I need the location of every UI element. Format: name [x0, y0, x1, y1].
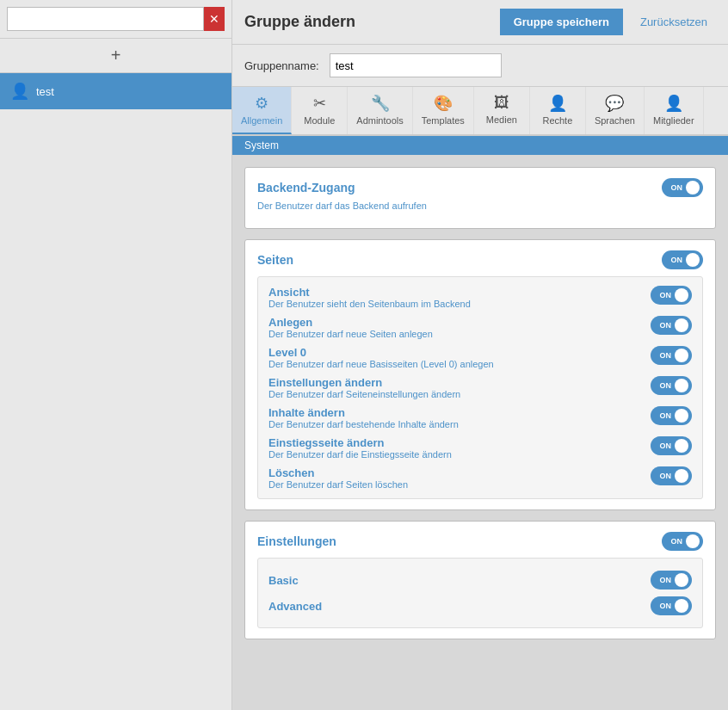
- tab-admintools-label: Admintools: [356, 115, 403, 126]
- tab-sprachen[interactable]: 💬 Sprachen: [586, 87, 645, 134]
- sub-row-text: Level 0 Der Benutzer darf neue Basisseit…: [268, 346, 651, 369]
- seiten-sub-row: Löschen Der Benutzer darf Seiten löschen…: [268, 466, 692, 490]
- seiten-sub-section: Ansicht Der Benutzer sieht den Seitenbau…: [257, 276, 703, 499]
- sub-row-desc-3: Der Benutzer darf Seiteneinstellungen än…: [268, 389, 651, 399]
- einstellungen-toggle[interactable]: ON: [662, 532, 703, 551]
- seiten-sub-row: Anlegen Der Benutzer darf neue Seiten an…: [268, 316, 692, 339]
- einstellungen-sub-row: Advanced ON: [268, 593, 692, 619]
- sub-row-toggle-1[interactable]: ON: [651, 316, 692, 335]
- seiten-toggle[interactable]: ON: [662, 250, 703, 269]
- page-title: Gruppe ändern: [244, 13, 491, 31]
- sub-toggle-knob-0: [675, 288, 688, 302]
- search-bar: ✕: [0, 0, 231, 39]
- tab-medien-label: Medien: [486, 114, 517, 125]
- tab-medien[interactable]: 🖼 Medien: [474, 87, 530, 134]
- sub-row-title-5: Einstiegsseite ändern: [268, 436, 651, 449]
- add-group-button[interactable]: +: [0, 39, 231, 73]
- sub-toggle-knob-6: [675, 469, 688, 483]
- templates-icon: 🎨: [434, 94, 453, 113]
- einst-toggle-label-1: ON: [660, 602, 672, 610]
- sub-row-toggle-6[interactable]: ON: [651, 466, 692, 485]
- sub-row-desc-5: Der Benutzer darf die Einstiegsseite änd…: [268, 449, 651, 460]
- sub-toggle-knob-1: [675, 318, 688, 332]
- sub-row-text: Einstellungen ändern Der Benutzer darf S…: [268, 376, 651, 399]
- tab-sub-header: System: [232, 136, 728, 155]
- sub-row-title-0: Ansicht: [268, 286, 651, 299]
- tab-mitglieder[interactable]: 👤 Mitglieder: [645, 87, 704, 134]
- sub-row-title-3: Einstellungen ändern: [268, 376, 651, 389]
- sub-toggle-label-3: ON: [660, 381, 672, 390]
- sub-row-desc-6: Der Benutzer darf Seiten löschen: [268, 479, 651, 490]
- tab-mitglieder-label: Mitglieder: [653, 115, 694, 126]
- group-list-item[interactable]: 👤 test: [0, 73, 231, 109]
- section-seiten: Seiten ON Ansicht Der Benutzer sieht den…: [244, 239, 716, 510]
- save-button[interactable]: Gruppe speichern: [500, 9, 623, 35]
- sub-row-desc-0: Der Benutzer sieht den Seitenbaum im Bac…: [268, 299, 651, 309]
- sub-toggle-knob-3: [675, 379, 688, 392]
- group-name-input[interactable]: [330, 53, 502, 77]
- reset-button[interactable]: Zurücksetzen: [632, 9, 716, 35]
- einst-toggle-label-0: ON: [660, 576, 672, 584]
- section-backend: Backend-Zugang ON Der Benutzer darf das …: [244, 167, 716, 229]
- sub-row-toggle-2[interactable]: ON: [651, 346, 692, 365]
- sub-toggle-label-5: ON: [660, 441, 672, 450]
- tab-rechte[interactable]: 👤 Rechte: [530, 87, 586, 134]
- sub-row-toggle-5[interactable]: ON: [651, 436, 692, 455]
- einstellungen-row-toggle-1[interactable]: ON: [651, 596, 692, 615]
- sub-toggle-label-0: ON: [660, 291, 672, 299]
- search-clear-button[interactable]: ✕: [204, 7, 225, 31]
- tab-allgemein[interactable]: ⚙ Allgemein: [232, 87, 292, 134]
- sub-toggle-label-2: ON: [660, 351, 672, 360]
- einstellungen-sub-row: Basic ON: [268, 567, 692, 593]
- sub-row-desc-4: Der Benutzer darf bestehende Inhalte änd…: [268, 419, 651, 429]
- backend-toggle-label: ON: [671, 183, 683, 192]
- seiten-sub-row: Inhalte ändern Der Benutzer darf bestehe…: [268, 406, 692, 429]
- sub-toggle-knob-2: [675, 349, 688, 362]
- sub-row-title-4: Inhalte ändern: [268, 406, 651, 419]
- tab-module-label: Module: [304, 115, 335, 126]
- backend-header: Backend-Zugang ON: [257, 178, 703, 197]
- seiten-sub-row: Einstiegsseite ändern Der Benutzer darf …: [268, 436, 692, 460]
- einstellungen-toggle-label: ON: [671, 537, 683, 546]
- sub-row-text: Anlegen Der Benutzer darf neue Seiten an…: [268, 316, 651, 339]
- sub-row-title-2: Level 0: [268, 346, 651, 359]
- sub-row-toggle-4[interactable]: ON: [651, 406, 692, 425]
- seiten-toggle-label: ON: [671, 256, 683, 264]
- sub-row-text: Einstiegsseite ändern Der Benutzer darf …: [268, 436, 651, 460]
- seiten-sub-row: Ansicht Der Benutzer sieht den Seitenbau…: [268, 286, 692, 309]
- sub-row-desc-2: Der Benutzer darf neue Basisseiten (Leve…: [268, 359, 651, 369]
- seiten-toggle-knob: [686, 253, 700, 267]
- einstellungen-row-toggle-0[interactable]: ON: [651, 571, 692, 590]
- tab-admintools[interactable]: 🔧 Admintools: [348, 87, 412, 134]
- seiten-header: Seiten ON: [257, 250, 703, 269]
- sub-row-text: Ansicht Der Benutzer sieht den Seitenbau…: [268, 286, 651, 309]
- seiten-sub-row: Level 0 Der Benutzer darf neue Basisseit…: [268, 346, 692, 369]
- sub-toggle-label-6: ON: [660, 472, 672, 480]
- einstellungen-title: Einstellungen: [257, 534, 336, 548]
- einstellungen-row-label-0: Basic: [268, 574, 299, 587]
- module-icon: ✂: [313, 94, 326, 113]
- content-area: Backend-Zugang ON Der Benutzer darf das …: [232, 155, 728, 710]
- sub-toggle-knob-4: [675, 409, 688, 423]
- backend-toggle[interactable]: ON: [662, 178, 703, 197]
- sidebar: ✕ + 👤 test: [0, 0, 232, 710]
- sub-toggle-label-4: ON: [660, 411, 672, 420]
- sub-row-desc-1: Der Benutzer darf neue Seiten anlegen: [268, 329, 651, 339]
- tab-rechte-label: Rechte: [542, 115, 572, 126]
- sub-row-toggle-3[interactable]: ON: [651, 376, 692, 395]
- sprachen-icon: 💬: [605, 94, 624, 113]
- search-input[interactable]: [7, 7, 204, 31]
- sub-row-toggle-0[interactable]: ON: [651, 286, 692, 305]
- backend-desc: Der Benutzer darf das Backend aufrufen: [257, 201, 703, 211]
- tab-module[interactable]: ✂ Module: [292, 87, 348, 134]
- allgemein-icon: ⚙: [255, 94, 268, 113]
- section-einstellungen: Einstellungen ON Basic ON Advanced ON: [244, 521, 716, 639]
- mitglieder-icon: 👤: [664, 94, 683, 113]
- einstellungen-header: Einstellungen ON: [257, 532, 703, 551]
- group-item-label: test: [36, 85, 54, 98]
- rechte-icon: 👤: [548, 94, 567, 113]
- tab-templates[interactable]: 🎨 Templates: [413, 87, 474, 134]
- tabs-bar: ⚙ Allgemein ✂ Module 🔧 Admintools 🎨 Temp…: [232, 87, 728, 136]
- medien-icon: 🖼: [494, 94, 509, 112]
- main-panel: Gruppe ändern Gruppe speichern Zurückset…: [232, 0, 728, 710]
